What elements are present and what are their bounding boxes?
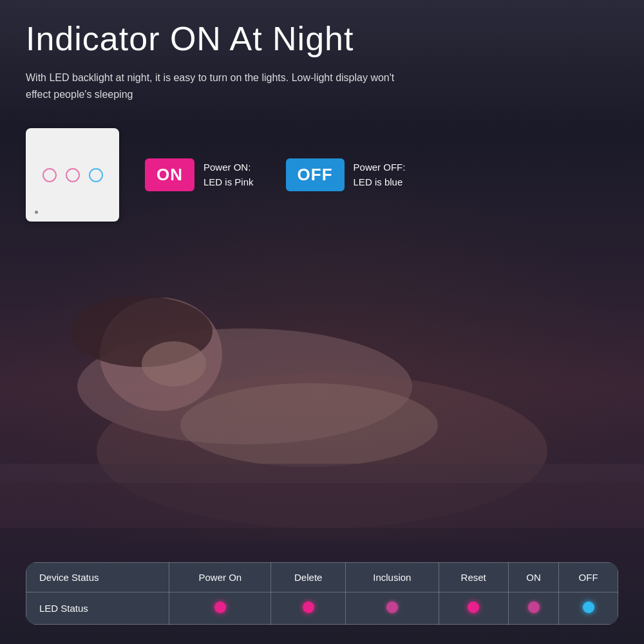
status-table: Device Status Power On Delete Inclusion …	[26, 562, 618, 625]
col-reset: Reset	[439, 563, 508, 592]
cell-led-power-on	[169, 592, 271, 625]
badge-item-off: OFF Power OFF: LED is blue	[286, 158, 406, 191]
page-subtitle: With LED backlight at night, it is easy …	[26, 70, 412, 102]
circle-pink-1	[43, 168, 57, 182]
main-content: Indicator ON At Night With LED backlight…	[0, 0, 644, 644]
switch-circles	[43, 168, 103, 182]
cell-led-off	[559, 592, 618, 625]
col-delete: Delete	[271, 563, 346, 592]
table-row-led: LED Status	[26, 592, 618, 625]
led-status-table: Device Status Power On Delete Inclusion …	[26, 562, 618, 625]
cell-led-reset	[439, 592, 508, 625]
cell-led-inclusion	[346, 592, 439, 625]
table-header-row: Device Status Power On Delete Inclusion …	[26, 563, 618, 592]
led-off	[583, 601, 594, 613]
indicator-row: ON Power ON: LED is Pink OFF Power OFF: …	[26, 128, 618, 222]
cell-led-status: LED Status	[26, 592, 169, 625]
switch-image	[26, 128, 119, 222]
badge-off: OFF	[286, 158, 345, 191]
col-inclusion: Inclusion	[346, 563, 439, 592]
col-on: ON	[508, 563, 558, 592]
led-reset	[468, 601, 479, 613]
badge-on-label: Power ON: LED is Pink	[204, 160, 254, 189]
led-delete	[303, 601, 314, 613]
circle-blue	[89, 168, 103, 182]
col-power-on: Power On	[169, 563, 271, 592]
led-inclusion	[386, 601, 398, 613]
circle-pink-2	[66, 168, 80, 182]
badge-on: ON	[145, 158, 194, 191]
switch-dot	[35, 211, 38, 214]
cell-led-delete	[271, 592, 346, 625]
badge-group: ON Power ON: LED is Pink OFF Power OFF: …	[145, 158, 405, 191]
col-off: OFF	[559, 563, 618, 592]
led-on	[528, 601, 540, 613]
led-power-on	[214, 601, 226, 613]
cell-led-on	[508, 592, 558, 625]
col-device-status: Device Status	[26, 563, 169, 592]
badge-off-label: Power OFF: LED is blue	[354, 160, 406, 189]
page-title: Indicator ON At Night	[26, 19, 618, 58]
badge-item-on: ON Power ON: LED is Pink	[145, 158, 254, 191]
